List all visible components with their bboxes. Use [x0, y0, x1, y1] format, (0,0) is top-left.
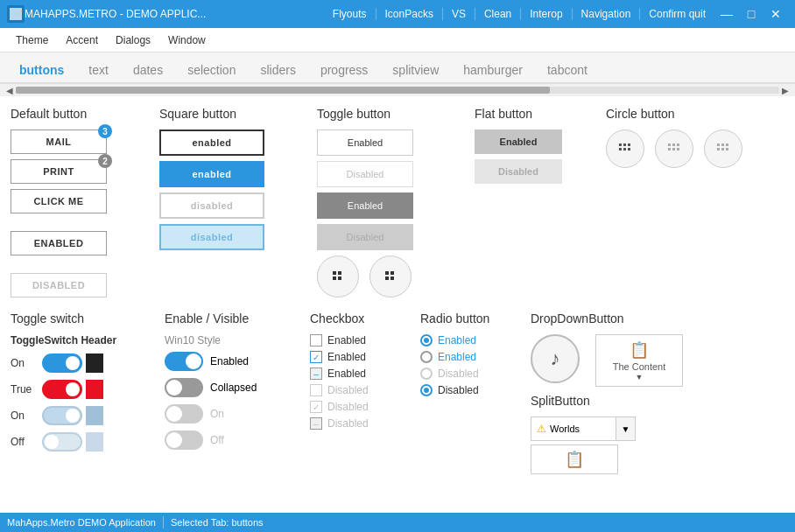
radio-button-section: Radio button Enabled Enabled Disabled Di… [420, 312, 517, 474]
nav-navigation[interactable]: Navigation [573, 8, 641, 20]
toggle-on-row: On [11, 354, 151, 373]
tgl-disabled-1: Disabled [317, 161, 413, 187]
content-book-icon: 📋 [630, 340, 649, 360]
ev-collapsed-toggle[interactable] [165, 378, 203, 397]
nav-interop[interactable]: Interop [521, 8, 572, 20]
cb-1[interactable]: ✓ [310, 351, 322, 363]
cb-row-2: – Enabled [310, 368, 406, 380]
content-btn-label: The Content [613, 361, 666, 372]
toggle-button-title: Toggle button [317, 107, 457, 121]
tab-sliders[interactable]: sliders [248, 58, 307, 82]
minimize-button[interactable]: — [714, 2, 739, 26]
sq-enabled-button[interactable]: enabled [159, 130, 264, 156]
circle-btn-2[interactable] [655, 130, 693, 168]
toggle-icon-btn-1[interactable] [317, 256, 359, 298]
radio-3 [420, 384, 433, 396]
nav-confirmquit[interactable]: Confirm quit [640, 8, 714, 20]
circle-btn-3[interactable] [704, 130, 742, 168]
svg-rect-9 [619, 144, 622, 146]
close-button[interactable]: ✕ [763, 2, 788, 26]
statusbar: MahApps.Metro DEMO Application Selected … [0, 513, 795, 532]
mail-button[interactable]: MAIL [11, 130, 107, 154]
tgl-dark-enabled[interactable]: Enabled [317, 192, 413, 219]
radio-1[interactable] [420, 351, 433, 363]
nav-iconpacks[interactable]: IconPacks [376, 8, 443, 20]
cb-label-5: Disabled [327, 417, 369, 430]
radio-0[interactable] [420, 334, 433, 346]
svg-rect-6 [390, 271, 394, 275]
menu-accent[interactable]: Accent [57, 31, 107, 50]
radio-row-3: Disabled [420, 384, 517, 396]
svg-rect-11 [619, 148, 622, 150]
menu-window[interactable]: Window [159, 31, 215, 50]
toggle-lighton-knob [66, 409, 80, 423]
menubar: Theme Accent Dialogs Window [0, 28, 795, 52]
scroll-right-arrow[interactable]: ▶ [779, 86, 791, 95]
svg-rect-0 [10, 8, 22, 20]
horizontal-scrollbar[interactable]: ◀ ▶ [0, 84, 795, 96]
statusbar-selected-tab: Selected Tab: buttons [171, 517, 264, 528]
nav-flyouts[interactable]: Flyouts [324, 8, 376, 20]
cb-3 [310, 384, 322, 396]
tab-hamburger[interactable]: hamburger [451, 58, 535, 82]
scrollbar-thumb[interactable] [16, 87, 550, 94]
radio-row-2: Disabled [420, 368, 517, 380]
worlds-dropdown-arrow[interactable]: ▼ [616, 417, 635, 440]
window-controls: — □ ✕ [714, 2, 788, 26]
tab-text[interactable]: text [76, 58, 121, 82]
ev-enabled-label: Enabled [210, 355, 249, 368]
enabled-button[interactable]: ENABLED [11, 231, 107, 256]
radio-button-title: Radio button [420, 312, 517, 326]
radio-label-3: Disabled [438, 384, 479, 396]
svg-rect-13 [628, 144, 630, 146]
circle-btn-1[interactable] [606, 130, 644, 168]
tab-selection[interactable]: selection [175, 58, 248, 82]
music-icon: ♪ [551, 347, 560, 370]
tab-progress[interactable]: progress [308, 58, 380, 82]
flat-enabled-button[interactable]: Enabled [475, 130, 562, 154]
click-me-button[interactable]: CLICK ME [11, 189, 107, 214]
toggle-icon-btn-2[interactable] [369, 256, 412, 298]
toggle-lighton-indicator [86, 406, 103, 425]
scroll-left-arrow[interactable]: ◀ [4, 86, 16, 95]
ev-off-row: Off [165, 430, 296, 450]
dropdown-content-btn[interactable]: 📋 The Content ▼ [595, 334, 683, 387]
cb-0[interactable] [310, 334, 322, 346]
menu-theme[interactable]: Theme [7, 31, 57, 50]
dropdown-button-section: DropDownButton ♪ 📋 The Content ▼ SplitBu… [531, 312, 683, 474]
ev-enabled-knob [186, 354, 201, 369]
ev-enabled-toggle[interactable] [165, 352, 203, 371]
cb-row-0: Enabled [310, 334, 406, 346]
cb-label-2: Enabled [327, 368, 366, 380]
svg-rect-19 [677, 144, 679, 146]
square-button-title: Square button [159, 107, 299, 121]
ev-collapsed-row: Collapsed [165, 378, 296, 397]
toggle-on-label: On [11, 357, 42, 369]
toggle-on-switch[interactable] [42, 354, 82, 373]
worlds-main-btn[interactable]: ⚠ Worlds [531, 417, 616, 440]
svg-rect-7 [385, 276, 389, 280]
tab-buttons[interactable]: buttons [7, 58, 76, 84]
svg-rect-14 [628, 148, 630, 150]
toggle-off-switch[interactable] [42, 432, 82, 452]
scrollbar-track [16, 87, 779, 94]
tab-dates[interactable]: dates [121, 58, 175, 82]
toggle-lighton-switch[interactable] [42, 406, 82, 425]
menu-dialogs[interactable]: Dialogs [107, 31, 159, 50]
maximize-button[interactable]: □ [739, 2, 763, 26]
tab-tabcont[interactable]: tabcont [535, 58, 600, 82]
nav-vs[interactable]: VS [443, 8, 475, 20]
tab-splitview[interactable]: splitview [380, 58, 451, 82]
split-button-title: SplitButton [531, 394, 683, 408]
cb-4: ✓ [310, 401, 322, 413]
print-button[interactable]: PRINT [11, 159, 107, 184]
sq-disabled-button: disabled [159, 192, 264, 219]
worlds-dropdown[interactable]: ⚠ Worlds ▼ [531, 416, 636, 441]
tgl-enabled-1[interactable]: Enabled [317, 130, 413, 156]
dropdown-music-btn[interactable]: ♪ [531, 334, 580, 383]
nav-clean[interactable]: Clean [475, 8, 521, 20]
toggle-true-switch[interactable] [42, 380, 82, 399]
cb-2[interactable]: – [310, 368, 322, 380]
split-btn-icon-area[interactable]: 📋 [531, 444, 618, 474]
sq-active-button[interactable]: enabled [159, 161, 264, 187]
